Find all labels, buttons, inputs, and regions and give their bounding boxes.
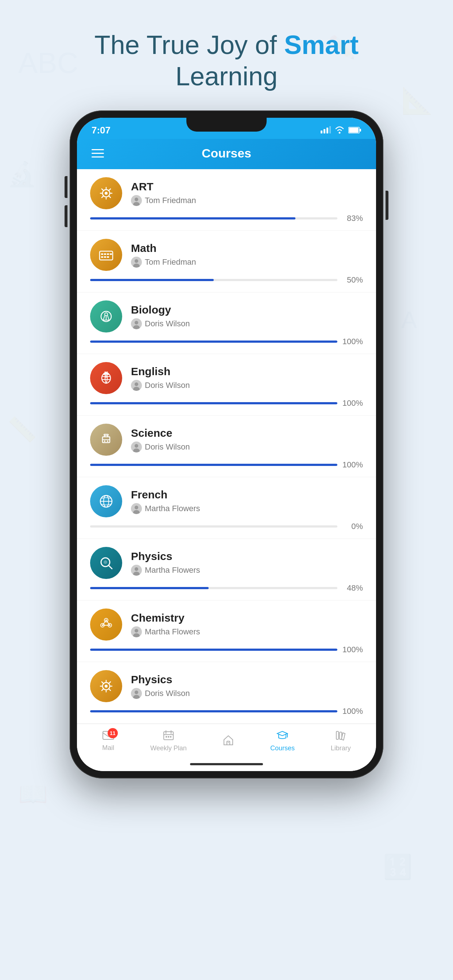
course-item[interactable]: Chemistry Martha Flowers 100% — [77, 600, 376, 662]
course-teacher: Tom Friedman — [131, 195, 363, 206]
battery-icon — [348, 126, 362, 135]
teacher-name: Martha Flowers — [145, 504, 200, 513]
course-info: Chemistry Martha Flowers — [131, 612, 363, 637]
progress-row: 48% — [90, 583, 363, 593]
tab-home[interactable] — [222, 735, 234, 747]
svg-point-73 — [135, 567, 138, 571]
svg-rect-110 — [336, 731, 338, 740]
course-name: Science — [131, 427, 363, 439]
course-row: English Doris Wilson — [90, 362, 363, 394]
course-row: French Martha Flowers — [90, 485, 363, 517]
volume-down-button[interactable] — [65, 205, 67, 227]
progress-bar-bg — [90, 710, 337, 713]
svg-text:📐: 📐 — [401, 86, 433, 116]
tab-icon-wrapper — [335, 730, 346, 742]
tab-icon-wrapper — [222, 735, 234, 747]
tab-icon-wrapper: 11 — [102, 730, 114, 742]
progress-row: 100% — [90, 337, 363, 346]
course-icon — [90, 547, 122, 579]
progress-bar-fill — [90, 710, 337, 713]
progress-row: 100% — [90, 398, 363, 408]
tab-courses[interactable]: Courses — [270, 730, 295, 752]
svg-point-88 — [105, 685, 108, 687]
teacher-avatar — [131, 380, 142, 391]
progress-row: 50% — [90, 275, 363, 285]
tab-library[interactable]: Library — [331, 730, 351, 752]
page-title: The True Joy of Smart Learning — [94, 29, 359, 92]
course-item[interactable]: Science Doris Wilson 100% — [77, 415, 376, 477]
teacher-name: Doris Wilson — [145, 689, 190, 698]
svg-rect-10 — [327, 127, 328, 134]
course-item[interactable]: English Doris Wilson 100% — [77, 354, 376, 415]
course-name: Physics — [131, 550, 363, 563]
svg-point-17 — [105, 192, 108, 195]
tab-icon-wrapper — [163, 730, 174, 742]
tab-mail[interactable]: 11 Mail — [102, 730, 114, 752]
svg-text:📏: 📏 — [7, 415, 37, 444]
svg-rect-14 — [349, 127, 359, 133]
teacher-avatar — [131, 503, 142, 514]
course-name: Biology — [131, 304, 363, 316]
home-bar — [190, 763, 263, 765]
course-icon — [90, 301, 122, 332]
svg-line-43 — [108, 316, 109, 320]
course-teacher: Doris Wilson — [131, 688, 363, 699]
course-name: Chemistry — [131, 612, 363, 624]
course-info: English Doris Wilson — [131, 365, 363, 391]
svg-point-12 — [339, 132, 341, 134]
progress-row: 100% — [90, 460, 363, 469]
course-item[interactable]: Physics Doris Wilson 100% — [77, 662, 376, 724]
course-name: ART — [131, 180, 363, 193]
svg-text:🔬: 🔬 — [7, 160, 37, 188]
course-row: Physics Doris Wilson — [90, 670, 363, 702]
course-teacher: Martha Flowers — [131, 626, 363, 637]
progress-percentage: 100% — [343, 460, 363, 469]
course-item[interactable]: Physics Martha Flowers 48% — [77, 539, 376, 600]
svg-point-38 — [135, 259, 138, 263]
svg-rect-56 — [104, 434, 108, 435]
course-icon — [90, 239, 122, 271]
svg-rect-105 — [166, 736, 167, 738]
svg-line-95 — [109, 682, 110, 684]
tab-label: Library — [331, 745, 351, 752]
svg-line-23 — [109, 196, 110, 197]
power-button[interactable] — [386, 191, 388, 220]
progress-bar-bg — [90, 649, 337, 651]
progress-percentage: 100% — [343, 337, 363, 346]
progress-percentage: 100% — [343, 706, 363, 716]
hamburger-menu[interactable] — [91, 149, 104, 158]
svg-point-27 — [135, 197, 138, 201]
course-info: Biology Doris Wilson — [131, 304, 363, 329]
progress-bar-fill — [90, 402, 337, 404]
progress-bar-fill — [90, 464, 337, 466]
progress-percentage: 48% — [343, 583, 363, 593]
progress-percentage: 0% — [343, 522, 363, 531]
teacher-avatar — [131, 318, 142, 329]
progress-bar-bg — [90, 464, 337, 466]
teacher-name: Martha Flowers — [145, 627, 200, 636]
tab-weekly-plan[interactable]: Weekly Plan — [150, 730, 187, 752]
teacher-name: Tom Friedman — [145, 196, 196, 205]
course-item[interactable]: Biology Doris Wilson 100% — [77, 293, 376, 354]
teacher-name: Doris Wilson — [145, 442, 190, 452]
svg-point-98 — [135, 690, 138, 694]
progress-row: 100% — [90, 706, 363, 716]
course-icon — [90, 424, 122, 456]
course-info: Math Tom Friedman — [131, 242, 363, 267]
progress-row: 100% — [90, 645, 363, 654]
progress-percentage: 50% — [343, 275, 363, 285]
svg-line-22 — [102, 189, 104, 191]
course-icon — [90, 362, 122, 394]
progress-row: 0% — [90, 522, 363, 531]
course-item[interactable]: Math Tom Friedman 50% — [77, 231, 376, 293]
course-info: French Martha Flowers — [131, 488, 363, 514]
svg-point-41 — [105, 313, 108, 316]
course-item[interactable]: ART Tom Friedman 83% — [77, 169, 376, 231]
svg-rect-34 — [104, 256, 106, 258]
course-name: French — [131, 488, 363, 501]
volume-up-button[interactable] — [65, 176, 67, 198]
course-teacher: Tom Friedman — [131, 257, 363, 267]
course-item[interactable]: French Martha Flowers 0% — [77, 477, 376, 539]
svg-text:📖: 📖 — [18, 780, 48, 808]
course-teacher: Doris Wilson — [131, 442, 363, 452]
